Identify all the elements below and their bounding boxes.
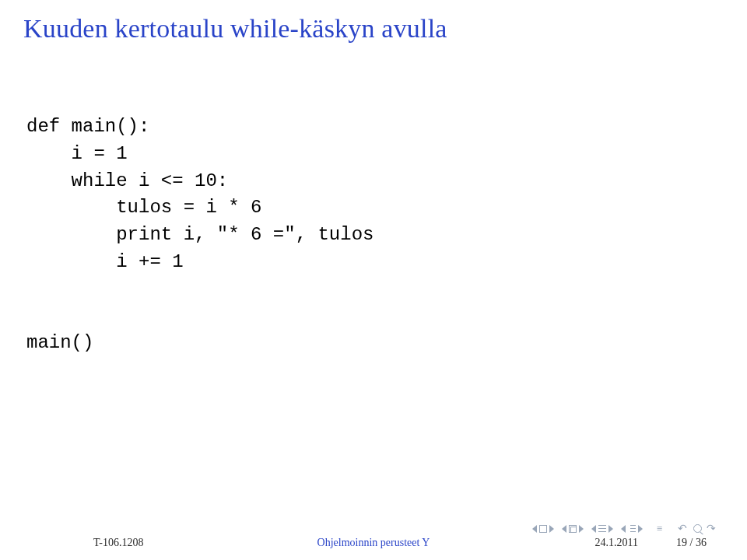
slide-title: Kuuden kertotaulu while-käskyn avulla bbox=[23, 14, 724, 44]
nav-section-icon[interactable] bbox=[628, 525, 636, 532]
nav-subsection-group bbox=[591, 525, 613, 533]
nav-frame-group bbox=[562, 525, 584, 533]
nav-section-group bbox=[621, 525, 643, 533]
nav-search-icon[interactable] bbox=[693, 524, 702, 533]
footer-page-number: 19 / 36 bbox=[676, 537, 707, 549]
nav-slide-group bbox=[532, 525, 554, 533]
nav-next-frame-icon[interactable] bbox=[579, 525, 584, 533]
nav-frame-icon[interactable] bbox=[569, 525, 577, 533]
nav-prev-subsection-icon[interactable] bbox=[591, 525, 596, 533]
nav-next-section-icon[interactable] bbox=[638, 525, 643, 533]
footer-topic: Ohjelmoinnin perusteet Y bbox=[317, 537, 430, 549]
slide: Kuuden kertotaulu while-käskyn avulla de… bbox=[0, 0, 747, 560]
nav-prev-slide-icon[interactable] bbox=[532, 525, 537, 533]
nav-next-slide-icon[interactable] bbox=[549, 525, 554, 533]
nav-next-subsection-icon[interactable] bbox=[608, 525, 613, 533]
beamer-nav-bar: ≡ ↶ ↷ bbox=[532, 522, 716, 535]
nav-prev-section-icon[interactable] bbox=[621, 525, 626, 533]
nav-forward-icon[interactable]: ↷ bbox=[707, 522, 716, 535]
nav-prev-frame-icon[interactable] bbox=[562, 525, 566, 533]
footer-course-code: T-106.1208 bbox=[93, 537, 143, 549]
nav-appendix-icon[interactable]: ≡ bbox=[657, 523, 662, 535]
nav-back-icon[interactable]: ↶ bbox=[678, 522, 687, 535]
footer-date: 24.1.2011 bbox=[595, 537, 638, 549]
nav-history-group: ↶ ↷ bbox=[678, 522, 716, 535]
nav-subsection-icon[interactable] bbox=[598, 525, 606, 532]
nav-slide-icon[interactable] bbox=[539, 525, 547, 533]
code-block: def main(): i = 1 while i <= 10: tulos =… bbox=[26, 114, 724, 357]
